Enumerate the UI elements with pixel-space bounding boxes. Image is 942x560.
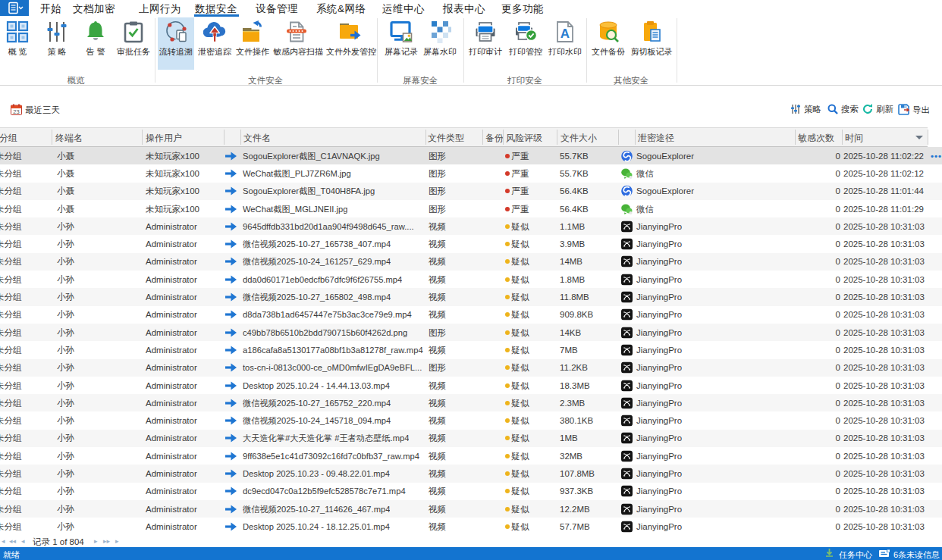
svg-text:A: A: [560, 27, 570, 41]
svg-text:23: 23: [13, 108, 19, 115]
